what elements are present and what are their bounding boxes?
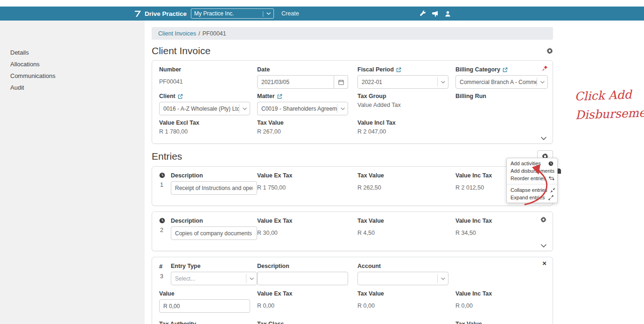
chevron-down-icon xyxy=(337,107,348,110)
fiscal-period-select[interactable]: 2022-01 xyxy=(357,75,448,89)
value-inc-tax-label: Value Inc Tax xyxy=(455,172,492,179)
menu-item-expand-entries[interactable]: Expand entries xyxy=(507,194,557,201)
edit-matter-icon[interactable] xyxy=(277,94,282,99)
megaphone-icon[interactable] xyxy=(432,11,439,17)
page-settings-gear-icon[interactable] xyxy=(546,48,553,54)
entry-2-description-input[interactable] xyxy=(171,226,257,240)
value-excl-tax-value: R 1 780,00 xyxy=(159,128,251,136)
menu-item-add-disbursements[interactable]: Add disbursements xyxy=(507,167,557,175)
entry-3-tax: R 0,00 xyxy=(357,299,449,309)
calendar-icon[interactable] xyxy=(334,75,348,89)
remove-entry-close-icon[interactable]: × xyxy=(542,260,546,267)
description-label: Description xyxy=(257,263,289,269)
menu-item-label: Add activities xyxy=(511,161,541,166)
entry-2-value-inc: R 34,50 xyxy=(455,226,546,236)
left-sidebar: Details Allocations Communications Audit xyxy=(0,21,145,324)
entry-3-value-inc: R 0,00 xyxy=(455,299,546,309)
matter-label: Matter xyxy=(257,93,275,99)
entry-1-description-input[interactable] xyxy=(171,181,257,195)
account-label: Account xyxy=(357,263,381,269)
breadcrumb-link-client-invoices[interactable]: Client Invoices xyxy=(158,30,196,37)
client-select[interactable]: 0016 - A-Z Wholesale (Pty) Ltd xyxy=(159,102,250,115)
menu-item-label: Reorder entries xyxy=(511,176,546,181)
entry-1-tax: R 262,50 xyxy=(357,181,449,191)
app-brand-label: Drive Practice xyxy=(145,10,187,17)
fiscal-period-value: 2022-01 xyxy=(362,79,437,85)
billing-run-value xyxy=(455,102,548,109)
menu-item-label: Expand entries xyxy=(511,195,545,200)
create-menu[interactable]: Create xyxy=(281,10,299,17)
client-value: 0016 - A-Z Wholesale (Pty) Ltd xyxy=(163,106,239,112)
chevron-down-icon xyxy=(266,12,271,15)
user-icon[interactable] xyxy=(445,11,451,17)
collapse-card-chevron-icon[interactable] xyxy=(541,134,546,142)
edit-client-icon[interactable] xyxy=(178,94,183,99)
entry-1-value-ex: R 1 750,00 xyxy=(257,181,351,191)
entry-2-expand-chevron-icon[interactable] xyxy=(541,241,546,249)
tax-value-label: Tax Value xyxy=(357,172,384,179)
sidebar-item-communications[interactable]: Communications xyxy=(0,70,145,82)
pin-icon[interactable] xyxy=(542,64,548,73)
activity-clock-icon xyxy=(159,172,171,178)
invoice-summary-card: Number PF00041 Date xyxy=(152,60,553,144)
date-input[interactable] xyxy=(257,75,334,89)
account-select[interactable] xyxy=(357,272,448,285)
tax-value-label: Tax Value xyxy=(357,218,384,224)
menu-item-label: Collapse entries xyxy=(511,187,547,193)
entry-type-placeholder: Select... xyxy=(175,275,246,282)
entry-2-gear-icon[interactable] xyxy=(540,216,546,225)
activity-clock-icon xyxy=(159,218,171,224)
tax-group-value: Value Added Tax xyxy=(357,102,449,109)
value-ex-tax-label: Value Ex Tax xyxy=(257,218,293,224)
client-label: Client xyxy=(159,93,175,99)
menu-item-add-activities[interactable]: Add activities xyxy=(507,160,557,167)
value-ex-tax-label: Value Ex Tax xyxy=(257,172,293,179)
entry-3-description-input[interactable] xyxy=(257,272,348,285)
menu-item-collapse-entries[interactable]: Collapse entries xyxy=(507,186,557,194)
clock-icon xyxy=(548,161,553,166)
entry-card-3-new: × # 3 Entry Type Select... xyxy=(152,257,553,324)
menu-divider xyxy=(507,184,557,184)
sidebar-item-allocations[interactable]: Allocations xyxy=(0,58,145,70)
collapse-icon xyxy=(550,188,555,193)
chevron-down-icon xyxy=(537,81,547,84)
chevron-down-icon xyxy=(246,277,257,280)
edit-billing-category-icon[interactable] xyxy=(503,67,508,72)
entry-type-select[interactable]: Select... xyxy=(171,272,257,285)
value-incl-tax-value: R 2 047,00 xyxy=(357,128,449,136)
invoice-number-value: PF00041 xyxy=(159,75,251,85)
description-label: Description xyxy=(171,172,203,179)
fiscal-period-label: Fiscal Period xyxy=(357,66,394,73)
tax-value-value: R 267,00 xyxy=(257,128,351,136)
tools-icon[interactable] xyxy=(420,10,426,17)
billing-category-value: Commercial Branch A - Commercial B... xyxy=(460,79,537,85)
main-content: Client Invoices / PF00041 Client Invoice xyxy=(145,21,644,324)
annotation-line-2: Disbursements xyxy=(575,103,644,125)
edit-fiscal-period-icon[interactable] xyxy=(396,67,401,72)
app-brand[interactable]: Drive Practice xyxy=(134,10,187,17)
chevron-down-icon xyxy=(438,277,448,280)
matter-select[interactable]: C0019 - Shareholders Agreement: A-... xyxy=(257,102,348,115)
annotation-line-1: Click Add xyxy=(574,85,644,106)
breadcrumb: Client Invoices / PF00041 xyxy=(152,27,553,40)
menu-item-reorder-entries[interactable]: Reorder entries xyxy=(507,175,557,182)
value-incl-tax-label: Value Incl Tax xyxy=(357,120,396,126)
entries-title: Entries xyxy=(152,151,182,162)
top-whitespace xyxy=(0,0,644,7)
practice-selector[interactable]: My Practice Inc. | xyxy=(191,8,274,19)
billing-category-select[interactable]: Commercial Branch A - Commercial B... xyxy=(455,75,548,89)
sidebar-item-audit[interactable]: Audit xyxy=(0,82,145,93)
value-ex-tax-label: Value Ex Tax xyxy=(257,290,293,297)
entry-2-tax: R 4,50 xyxy=(357,226,449,236)
selector-divider: | xyxy=(262,10,264,17)
entry-card-2: 2 Description Value Ex Tax R 30,00 Tax V… xyxy=(152,211,553,251)
number-label: Number xyxy=(159,66,181,73)
description-label: Description xyxy=(171,218,203,224)
hash-icon: # xyxy=(159,263,171,270)
value-input[interactable] xyxy=(159,299,250,313)
value-excl-tax-label: Value Excl Tax xyxy=(159,120,199,126)
sidebar-item-details[interactable]: Details xyxy=(0,47,145,58)
billing-category-label: Billing Category xyxy=(455,66,500,73)
swap-arrows-icon xyxy=(549,176,554,181)
chevron-down-icon xyxy=(438,81,448,84)
